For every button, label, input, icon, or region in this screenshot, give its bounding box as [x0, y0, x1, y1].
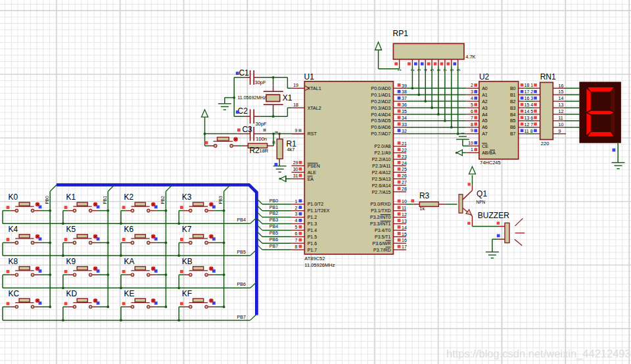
svg-text:B1: B1 [510, 93, 516, 97]
svg-text:KF: KF [182, 289, 192, 298]
svg-text:34: 34 [402, 116, 407, 120]
svg-text:XTAL1: XTAL1 [308, 86, 321, 91]
svg-text:C1: C1 [239, 68, 249, 78]
svg-text:U1: U1 [304, 72, 315, 81]
svg-text:A0: A0 [482, 86, 488, 91]
svg-text:4k7: 4k7 [287, 147, 294, 152]
svg-text:PB6: PB6 [237, 282, 246, 286]
svg-text:14: 14 [402, 225, 407, 230]
svg-text:PB2: PB2 [160, 196, 165, 204]
svg-text:PB4: PB4 [237, 217, 246, 222]
svg-text:21: 21 [402, 141, 407, 146]
svg-text:XTAL2: XTAL2 [308, 106, 321, 110]
svg-text:K9: K9 [66, 257, 76, 266]
svg-text:K2: K2 [124, 193, 134, 202]
svg-text:26: 26 [402, 173, 407, 178]
svg-text:6: 6 [471, 109, 473, 114]
svg-text:RP1: RP1 [393, 29, 409, 38]
svg-text:16 3: 16 3 [525, 96, 534, 101]
svg-text:38: 38 [402, 89, 407, 94]
svg-text:15: 15 [559, 89, 564, 94]
svg-text:PB6: PB6 [269, 237, 278, 242]
svg-text:P2.5/A13: P2.5/A13 [372, 177, 391, 181]
svg-text:A5: A5 [482, 118, 488, 123]
svg-text:100n: 100n [256, 136, 267, 142]
svg-text:3: 3 [295, 212, 298, 216]
svg-text:KA: KA [124, 257, 135, 266]
svg-text:11.05692MHz: 11.05692MHz [238, 95, 267, 100]
svg-text:P3.3/INT1: P3.3/INT1 [370, 221, 391, 226]
svg-text:X1: X1 [283, 93, 292, 102]
svg-text:B7: B7 [510, 131, 516, 136]
svg-text:NPN: NPN [477, 200, 486, 204]
svg-text:30pF: 30pF [255, 80, 267, 85]
svg-text:P1.7: P1.7 [308, 248, 317, 252]
svg-text:10: 10 [559, 122, 564, 127]
svg-text:8: 8 [295, 244, 298, 249]
svg-text:10: 10 [402, 199, 407, 204]
svg-text:PB5: PB5 [269, 231, 278, 235]
svg-text:74HC245: 74HC245 [480, 160, 501, 166]
svg-text:P2.7/A15: P2.7/A15 [372, 190, 391, 194]
svg-text:P0.5/AD5: P0.5/AD5 [371, 118, 391, 123]
svg-text:CE: CE [482, 144, 488, 148]
svg-text:16: 16 [559, 83, 564, 88]
svg-text:12 7: 12 7 [525, 122, 534, 127]
svg-text:KD: KD [66, 289, 78, 298]
svg-text:4.7K: 4.7K [465, 54, 475, 60]
svg-text:1: 1 [471, 147, 473, 152]
svg-text:9: 9 [559, 129, 561, 133]
svg-text:K0: K0 [8, 193, 18, 202]
svg-text:35: 35 [402, 109, 407, 114]
svg-text:11: 11 [402, 206, 406, 210]
svg-text:KB: KB [182, 257, 193, 266]
svg-text:PB3: PB3 [269, 217, 278, 222]
svg-text:EA: EA [308, 177, 314, 181]
svg-text:P0.4/AD4: P0.4/AD4 [371, 112, 391, 117]
svg-text:C3: C3 [242, 125, 252, 134]
svg-text:B4: B4 [510, 112, 516, 117]
svg-text:18 1: 18 1 [525, 83, 534, 87]
svg-text:P3.0/RXD: P3.0/RXD [370, 202, 390, 206]
svg-text:14: 14 [559, 96, 564, 101]
svg-text:PB7: PB7 [269, 244, 278, 248]
svg-text:K5: K5 [66, 225, 76, 234]
svg-text:PB7: PB7 [237, 315, 246, 319]
svg-text:15 4: 15 4 [525, 102, 534, 107]
svg-text:25: 25 [402, 167, 407, 171]
svg-text:PB0: PB0 [269, 198, 278, 203]
svg-text:PB3: PB3 [218, 196, 223, 204]
svg-text:P0.0/AD0: P0.0/AD0 [371, 86, 391, 91]
svg-text:1: 1 [295, 199, 298, 204]
svg-text:ALE: ALE [308, 170, 317, 175]
svg-text:32: 32 [402, 129, 407, 133]
svg-text:A7: A7 [482, 131, 488, 136]
svg-text:4: 4 [295, 218, 298, 223]
svg-text:2: 2 [471, 83, 473, 87]
svg-text:7: 7 [295, 238, 298, 242]
svg-text:R2: R2 [249, 146, 260, 155]
svg-text:P2.4/A12: P2.4/A12 [372, 170, 391, 175]
svg-text:A1: A1 [482, 93, 488, 97]
svg-text:R3: R3 [419, 191, 430, 200]
svg-text:B0: B0 [510, 86, 516, 91]
svg-text:19: 19 [468, 141, 473, 145]
svg-text:Q1: Q1 [477, 189, 487, 198]
svg-text:P1.4: P1.4 [308, 228, 317, 233]
svg-text:17 2: 17 2 [525, 89, 534, 94]
svg-text:24: 24 [402, 161, 407, 166]
svg-text:P2.1/A9: P2.1/A9 [375, 150, 391, 155]
svg-text:28: 28 [402, 187, 407, 191]
svg-text:13: 13 [402, 219, 407, 223]
svg-text:P2.2/A10: P2.2/A10 [372, 157, 391, 162]
svg-text:9: 9 [295, 128, 298, 133]
svg-text:PB2: PB2 [269, 211, 278, 216]
svg-text:KC: KC [8, 289, 19, 298]
svg-text:P2.6/A14: P2.6/A14 [372, 183, 391, 188]
svg-text:6: 6 [295, 231, 298, 236]
svg-text:B3: B3 [510, 106, 516, 110]
svg-text:P0.2/AD2: P0.2/AD2 [371, 99, 391, 104]
svg-text:11.05926MHz: 11.05926MHz [304, 262, 335, 268]
svg-text:PB1: PB1 [269, 205, 278, 210]
svg-text:17: 17 [402, 244, 407, 249]
